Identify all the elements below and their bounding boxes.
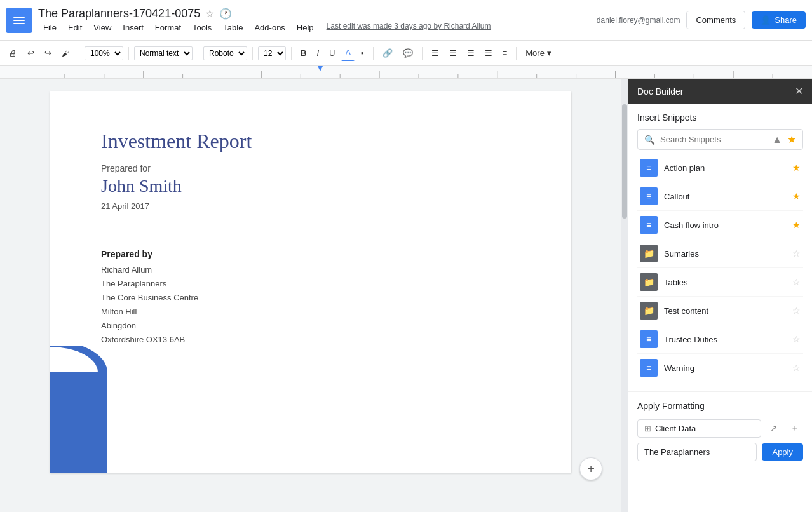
snippet-star-icon[interactable]: ★ [792, 163, 801, 173]
address-line-4: Oxfordshire OX13 6AB [101, 333, 520, 347]
align-center-button[interactable]: ☰ [445, 46, 461, 60]
font-select[interactable]: Roboto [203, 46, 247, 60]
snippet-item[interactable]: ≡Trustee Duties☆ [637, 325, 803, 354]
add-field-button[interactable]: ＋ [787, 419, 803, 438]
prepared-by-label: Prepared by [101, 249, 520, 259]
client-data-label: Client Data [655, 424, 696, 433]
menu-edit[interactable]: Edit [63, 22, 87, 34]
app-icon-line-1 [13, 17, 25, 18]
formatting-title: Apply Formatting [637, 401, 803, 411]
snippet-star-icon[interactable]: ☆ [792, 248, 801, 259]
sidebar-close-button[interactable]: ✕ [795, 85, 803, 97]
apply-button[interactable]: Apply [762, 443, 803, 461]
bold-button[interactable]: B [297, 46, 310, 60]
snippet-star-icon[interactable]: ★ [792, 191, 801, 201]
user-email[interactable]: daniel.florey@gmail.com [597, 16, 680, 25]
snippet-item[interactable]: ≡Cash flow intro★ [637, 211, 803, 239]
style-select[interactable]: Normal text [134, 46, 193, 60]
sidebar-title: Doc Builder [637, 86, 683, 97]
snippet-name: Sumaries [664, 249, 786, 259]
snippet-star-icon[interactable]: ☆ [792, 277, 801, 287]
snippet-item[interactable]: 📁Test content☆ [637, 297, 803, 325]
comment-button[interactable]: 💬 [399, 46, 417, 60]
toolbar-divider-5 [291, 47, 292, 60]
search-bar: 🔍 ▲ ★ [637, 129, 803, 150]
menu-tools[interactable]: Tools [187, 22, 217, 34]
doc-area[interactable]: Investment Report Prepared for John Smit… [0, 79, 621, 512]
report-date: 21 April 2017 [101, 201, 520, 211]
prepared-for-label: Prepared for [101, 163, 520, 173]
menu-insert[interactable]: Insert [118, 22, 149, 34]
snippet-name: Warning [664, 363, 786, 373]
redo-button[interactable]: ↪ [41, 46, 55, 60]
snippet-item[interactable]: ≡Action plan★ [637, 154, 803, 182]
snippet-item[interactable]: 📁Sumaries☆ [637, 239, 803, 268]
more-button[interactable]: More ▾ [522, 46, 555, 60]
align-right-button[interactable]: ☰ [463, 46, 478, 60]
formatting-row-1: ⊞ Client Data ↗ ＋ [637, 419, 803, 438]
menu-file[interactable]: File [38, 22, 62, 34]
doc-icon: ≡ [640, 216, 658, 234]
search-icon: 🔍 [644, 135, 655, 145]
undo-button[interactable]: ↩ [24, 46, 38, 60]
template-select[interactable]: The Paraplanners [637, 443, 757, 461]
snippet-star-icon[interactable]: ☆ [792, 363, 801, 373]
justify-button[interactable]: ☰ [481, 46, 496, 60]
address-line-1: The Core Business Centre [101, 291, 520, 305]
snippet-item[interactable]: 📁Tables☆ [637, 268, 803, 297]
menu-view[interactable]: View [88, 22, 116, 34]
italic-button[interactable]: I [313, 46, 323, 60]
paint-format-button[interactable]: 🖌 [58, 46, 74, 60]
insert-snippets-section: Insert Snippets 🔍 ▲ ★ ≡Action plan★≡Call… [628, 104, 812, 392]
font-size-select[interactable]: 12 [258, 46, 286, 60]
external-link-button[interactable]: ↗ [766, 419, 782, 437]
snippet-name: Trustee Duties [664, 335, 786, 344]
address-line-3: Abingdon [101, 319, 520, 333]
share-button[interactable]: 👤 Share [752, 11, 806, 29]
scrollbar-thumb[interactable] [622, 104, 627, 219]
document-page[interactable]: Investment Report Prepared for John Smit… [50, 91, 571, 473]
client-name: John Smith [101, 176, 520, 196]
folder-icon: 📁 [640, 302, 658, 320]
toolbar-divider-4 [252, 47, 253, 60]
search-input[interactable] [660, 135, 767, 144]
snippet-name: Test content [664, 306, 786, 316]
doc-title[interactable]: The Paraplanners-170421-0075 [38, 7, 200, 20]
line-spacing-button[interactable]: ≡ [499, 46, 511, 60]
history-icon[interactable]: 🕐 [219, 8, 232, 20]
comments-button[interactable]: Comments [686, 11, 745, 29]
highlight-button[interactable]: ▪ [357, 46, 368, 60]
address-line-2: Milton Hill [101, 305, 520, 319]
snippet-item[interactable]: ≡Warning☆ [637, 354, 803, 382]
menu-format[interactable]: Format [150, 22, 186, 34]
vertical-scrollbar[interactable] [621, 79, 628, 512]
snippet-star-icon[interactable]: ☆ [792, 306, 801, 316]
app-icon[interactable] [6, 8, 32, 33]
menu-addons[interactable]: Add-ons [249, 22, 290, 34]
link-button[interactable]: 🔗 [379, 46, 396, 60]
app-icon-line-3 [13, 23, 25, 24]
snippet-star-icon[interactable]: ★ [792, 220, 801, 230]
corner-decoration [50, 346, 107, 473]
snippet-item[interactable]: ≡Callout★ [637, 182, 803, 211]
corner-white [50, 346, 107, 372]
star-icon[interactable]: ☆ [205, 8, 214, 20]
menu-help[interactable]: Help [292, 22, 319, 34]
add-button[interactable]: + [579, 457, 602, 480]
underline-button[interactable]: U [325, 46, 339, 60]
snippet-star-icon[interactable]: ☆ [792, 334, 801, 344]
toolbar-divider-6 [373, 47, 374, 60]
print-button[interactable]: 🖨 [5, 46, 21, 60]
company-name: The Paraplanners [101, 277, 520, 291]
font-color-button[interactable]: A [341, 45, 355, 61]
favorites-icon[interactable]: ★ [787, 133, 796, 145]
menu-table[interactable]: Table [218, 22, 248, 34]
align-left-button[interactable]: ☰ [428, 46, 443, 60]
formatting-section: Apply Formatting ⊞ Client Data ↗ ＋ The P… [628, 392, 812, 470]
share-label: Share [775, 15, 797, 25]
drive-icon[interactable]: ▲ [772, 134, 782, 145]
zoom-select[interactable]: 100% [85, 46, 123, 60]
doc-icon: ≡ [640, 159, 658, 177]
sidebar-header: Doc Builder ✕ [628, 79, 812, 104]
ruler [0, 66, 812, 79]
